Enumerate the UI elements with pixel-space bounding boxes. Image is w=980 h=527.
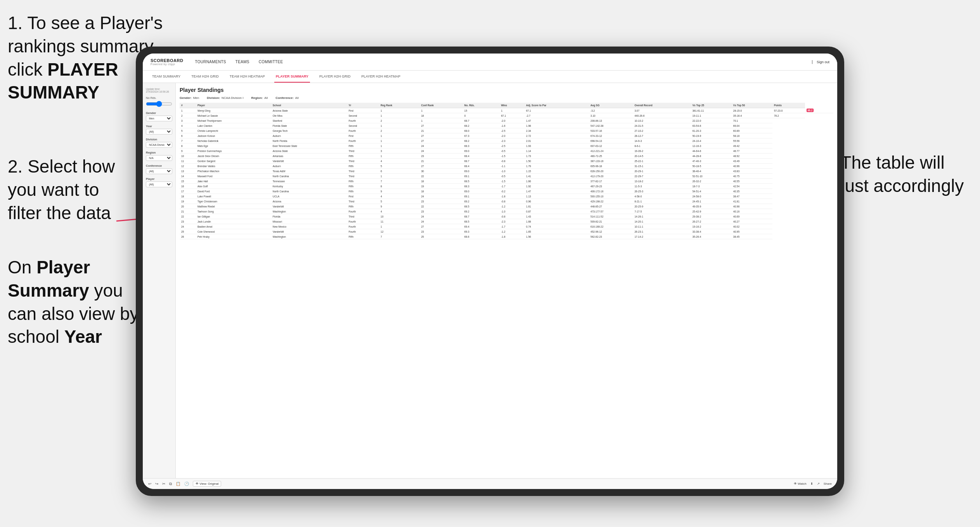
- table-cell: Fourth: [347, 229, 379, 234]
- table-cell: 68.7: [463, 214, 500, 219]
- table-cell: 8-21-1: [633, 199, 691, 204]
- subnav-team-summary[interactable]: TEAM SUMMARY: [151, 71, 182, 83]
- table-cell: Second: [347, 113, 379, 118]
- col-school: School: [271, 103, 347, 108]
- table-cell: Tennessee: [271, 179, 347, 184]
- table-cell: 69.2: [463, 209, 500, 214]
- nav-committee[interactable]: COMMITTEE: [259, 60, 283, 64]
- table-cell: 41.81: [732, 199, 772, 204]
- table-cell: -1.1: [499, 164, 525, 169]
- download-icon[interactable]: ⬇: [810, 482, 813, 486]
- table-cell: 10: [379, 214, 419, 219]
- table-cell: Fourth: [347, 219, 379, 224]
- table-cell: 14-20-1: [633, 219, 691, 224]
- table-cell: 69.4: [463, 224, 500, 229]
- redo-icon[interactable]: ↪: [155, 482, 158, 486]
- view-original-button[interactable]: 👁 View: Original: [193, 481, 221, 487]
- table-cell: Wenyi Ding: [196, 108, 271, 113]
- col-vs-top25: Vs Top 25: [691, 103, 732, 108]
- no-rds-label: No Rds.: [146, 96, 156, 100]
- watch-button[interactable]: 👁 Watch: [794, 482, 807, 486]
- table-cell: Kentucky: [271, 184, 347, 189]
- table-area: Player Standings Gender: Men Division: N…: [176, 83, 837, 478]
- subnav-player-h2h-grid[interactable]: PLAYER H2H GRID: [318, 71, 352, 83]
- table-cell: 6: [180, 133, 196, 138]
- col-wins: Wins: [499, 103, 525, 108]
- table-cell: 19: [180, 199, 196, 204]
- division-select[interactable]: NCAA Division I: [146, 142, 172, 148]
- table-cell: -2.3: [499, 219, 525, 224]
- table-cell: -0.5: [499, 174, 525, 179]
- table-cell: 1.50: [525, 159, 589, 164]
- table-cell: First: [347, 133, 379, 138]
- table-cell: Washington: [271, 209, 347, 214]
- sign-out-link[interactable]: Sign out: [817, 60, 829, 64]
- table-cell: Second: [347, 123, 379, 128]
- table-cell: 7: [180, 138, 196, 143]
- table-cell: 68.7: [463, 159, 500, 164]
- table-cell: Alex Goff: [196, 184, 271, 189]
- no-rds-slider[interactable]: [146, 101, 172, 107]
- table-cell: 500-155-10: [589, 194, 633, 199]
- table-cell: 43.83: [732, 169, 772, 174]
- filter-conference: Conference: All: [275, 96, 299, 100]
- table-cell: 1.73: [525, 154, 589, 159]
- table-cell: Jackson Koivun: [196, 133, 271, 138]
- table-cell: Fourth: [347, 138, 379, 143]
- table-cell: 1: [379, 113, 419, 118]
- table-cell: 16: [180, 184, 196, 189]
- table-cell: 514-111-52: [589, 214, 633, 219]
- conference-select[interactable]: (All): [146, 168, 172, 174]
- undo-icon[interactable]: ↩: [148, 482, 151, 486]
- copy-icon[interactable]: ⧉: [169, 482, 172, 486]
- table-cell: 35-16-4: [732, 113, 772, 118]
- nav-tournaments[interactable]: TOURNAMENTS: [195, 60, 226, 64]
- table-cell: 377-82-17: [589, 179, 633, 184]
- nav-teams[interactable]: TEAMS: [235, 60, 249, 64]
- table-cell: 28-15-0: [732, 108, 772, 113]
- table-cell: Third: [347, 149, 379, 154]
- table-cell: 54-51-4: [691, 189, 732, 194]
- player-select[interactable]: (All): [146, 181, 172, 187]
- gender-select[interactable]: Men: [146, 116, 172, 121]
- table-cell: 14-26-1: [633, 214, 691, 219]
- table-cell: 24: [419, 149, 462, 154]
- table-cell: North Carolina: [271, 189, 347, 194]
- table-cell: 24-10-4: [691, 138, 732, 143]
- subnav-team-h2h-heatmap[interactable]: TEAM H2H HEATMAP: [228, 71, 267, 83]
- table-cell: 1.43: [525, 214, 589, 219]
- table-cell: Third: [347, 174, 379, 179]
- table-cell: 1.98: [525, 123, 589, 128]
- instruction-step2: 2. Select how you want to filter the dat…: [8, 155, 128, 225]
- table-cell: Luke Clanton: [196, 123, 271, 128]
- table-cell: 68.4: [463, 154, 500, 159]
- table-cell: 2.01: [525, 138, 589, 143]
- table-cell: 68.5: [463, 219, 500, 224]
- main-content: Update time: 27/03/2024 16:56:26 No Rds.…: [143, 83, 837, 478]
- table-cell: 40.75: [732, 174, 772, 179]
- share-icon[interactable]: ↗: [817, 482, 820, 486]
- year-select[interactable]: (All): [146, 129, 172, 135]
- table-cell: Taehoon Song: [196, 209, 271, 214]
- table-cell: Jake Hall: [196, 179, 271, 184]
- paste-icon[interactable]: 📋: [176, 482, 180, 486]
- cut-icon[interactable]: ✂: [162, 482, 165, 486]
- table-cell: 8: [180, 143, 196, 149]
- table-cell: Fifth: [347, 234, 379, 239]
- table-row: 19Tiger ChristensenArizonaThird52369.2-0…: [180, 199, 833, 204]
- table-row: 17David FordNorth CarolinaFifth91869.0-0…: [180, 189, 833, 194]
- share-label[interactable]: Share: [824, 482, 832, 486]
- table-cell: 43.49: [732, 159, 772, 164]
- table-row: 15Jake HallTennesseeFifth71868.5-1.51.66…: [180, 179, 833, 184]
- subnav-team-h2h-grid[interactable]: TEAM H2H GRID: [190, 71, 220, 83]
- table-cell: Florida: [271, 214, 347, 219]
- region-select[interactable]: N/A: [146, 155, 172, 161]
- table-cell: 27-10-2: [633, 128, 691, 133]
- table-cell: 67.1: [525, 108, 589, 113]
- subnav-player-summary[interactable]: PLAYER SUMMARY: [274, 71, 310, 83]
- table-cell: Brendan Valdes: [196, 164, 271, 169]
- table-cell: Nicholas Gabrelcik: [196, 138, 271, 143]
- table-cell: 22-22-0: [691, 118, 732, 123]
- table-cell: 19-16-2: [691, 224, 732, 229]
- subnav-player-h2h-heatmap[interactable]: PLAYER H2H HEATMAP: [360, 71, 402, 83]
